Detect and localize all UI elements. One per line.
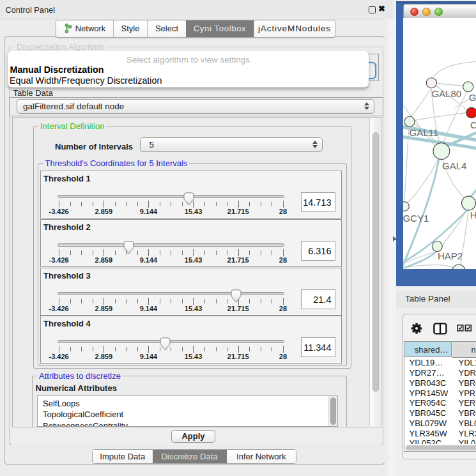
svg-text:GA: GA	[469, 92, 476, 103]
svg-text:HAP2: HAP2	[438, 250, 463, 261]
svg-text:HI: HI	[470, 210, 476, 220]
svg-text:GAL80: GAL80	[431, 88, 461, 99]
svg-text:C: C	[470, 119, 476, 130]
svg-text:GAL4: GAL4	[442, 160, 466, 171]
svg-text:GCY1: GCY1	[403, 212, 429, 223]
svg-text:GAL11: GAL11	[410, 127, 439, 137]
